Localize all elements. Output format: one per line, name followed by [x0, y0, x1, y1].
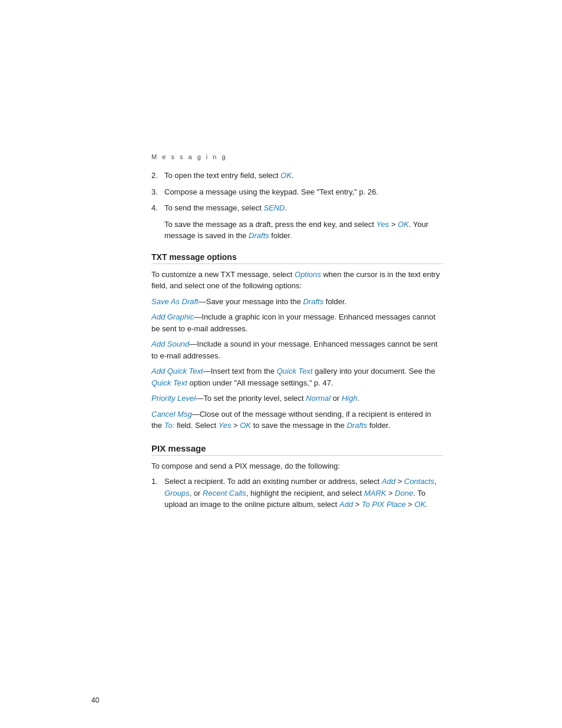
mark-link: MARK [364, 489, 386, 498]
yes-link-2: Yes [219, 421, 232, 430]
step-4-number: 4. [151, 202, 164, 214]
option-cancel-msg: Cancel Msg—Close out of the message with… [151, 409, 443, 431]
step-4-content: To send the message, select SEND. [164, 202, 443, 214]
txt-intro: To customize a new TXT message, select O… [151, 269, 443, 292]
save-as-draft-link: Save As Draft [151, 297, 199, 306]
to-field-link: To: [164, 421, 175, 430]
yes-link-1: Yes [376, 220, 389, 229]
ok-link-2: OK [398, 220, 409, 229]
pix-step-1-content: Select a recipient. To add an existing n… [164, 476, 443, 510]
step-3: 3. Compose a message using the keypad. S… [151, 186, 443, 198]
option-add-graphic: Add Graphic—Include a graphic icon in yo… [151, 311, 443, 334]
page: M e s s a g i n g 2. To open the text en… [0, 0, 562, 728]
page-number: 40 [91, 696, 99, 704]
option-add-quick-text: Add Quick Text—Insert text from the Quic… [151, 365, 443, 388]
option-add-sound: Add Sound—Include a sound in your messag… [151, 338, 443, 361]
high-link: High [342, 394, 358, 403]
contacts-link: Contacts [404, 477, 434, 486]
ok-link-1: OK [280, 171, 292, 180]
step-4: 4. To send the message, select SEND. [151, 202, 443, 214]
drafts-link-2: Drafts [303, 297, 323, 306]
add-quick-text-link: Add Quick Text [151, 367, 203, 375]
content-area: M e s s a g i n g 2. To open the text en… [60, 0, 502, 562]
section-label: M e s s a g i n g [151, 153, 443, 160]
step-4-sub: To save the message as a draft, press th… [164, 219, 443, 242]
quick-text-link-1: Quick Text [277, 367, 313, 375]
quick-text-link-2: Quick Text [151, 378, 187, 387]
options-link: Options [295, 270, 321, 279]
cancel-msg-link: Cancel Msg [151, 410, 192, 419]
add-link-2: Add [339, 500, 353, 509]
txt-heading: TXT message options [151, 252, 443, 264]
normal-link: Normal [306, 394, 330, 403]
step-3-content: Compose a message using the keypad. See … [164, 186, 443, 198]
priority-level-link: Priority Level [151, 394, 196, 403]
pix-step-1: 1. Select a recipient. To add an existin… [151, 476, 443, 510]
groups-link: Groups [164, 489, 190, 498]
to-pix-place-link: To PIX Place [362, 500, 406, 509]
option-priority-level: Priority Level—To set the priority level… [151, 393, 443, 404]
drafts-link-3: Drafts [347, 421, 368, 430]
done-link: Done [395, 489, 413, 498]
pix-step-1-number: 1. [151, 476, 164, 510]
add-sound-link: Add Sound [151, 340, 189, 348]
add-link: Add [382, 477, 395, 486]
ok-link-4: OK [415, 500, 426, 509]
step-2-content: To open the text entry field, select OK. [164, 170, 443, 182]
ok-link-3: OK [240, 421, 251, 430]
pix-intro: To compose and send a PIX message, do th… [151, 460, 443, 472]
step-2: 2. To open the text entry field, select … [151, 170, 443, 182]
step-3-number: 3. [151, 186, 164, 198]
step-2-number: 2. [151, 170, 164, 182]
option-save-as-draft: Save As Draft—Save your message into the… [151, 296, 443, 308]
send-link: SEND [263, 203, 285, 212]
add-graphic-link: Add Graphic [151, 312, 194, 321]
recent-calls-link: Recent Calls [203, 489, 246, 498]
pix-heading: PIX message [151, 443, 443, 456]
drafts-link-1: Drafts [249, 231, 269, 240]
